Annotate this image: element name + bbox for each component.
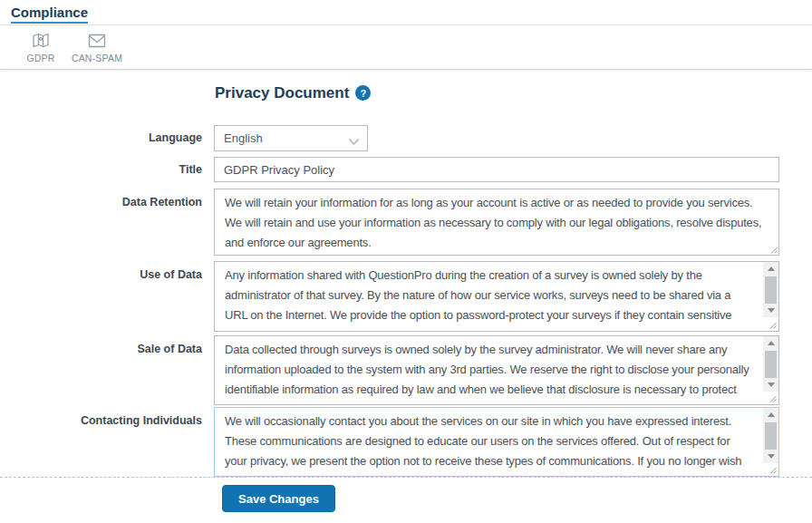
tab-label: CAN-SPAM — [72, 53, 122, 63]
scrollbar-thumb[interactable] — [765, 351, 777, 378]
use-of-data-textarea[interactable]: Any information shared with QuestionPro … — [214, 261, 779, 332]
scrollbar-thumb[interactable] — [765, 422, 777, 450]
scroll-down-button[interactable] — [763, 378, 778, 392]
save-changes-button[interactable]: Save Changes — [222, 485, 335, 512]
page-title: Privacy Document — [215, 84, 349, 102]
scrollbar[interactable] — [763, 336, 778, 404]
map-icon — [31, 31, 51, 51]
app-header: Compliance — [0, 0, 812, 25]
scroll-down-button[interactable] — [763, 450, 778, 463]
sale-of-data-label: Sale of Data — [0, 335, 214, 405]
language-select[interactable]: English — [214, 125, 368, 151]
envelope-icon — [87, 31, 107, 51]
title-label: Title — [0, 157, 214, 182]
scrollbar-thumb[interactable] — [765, 276, 777, 304]
data-retention-row: Data Retention We will retain your infor… — [0, 189, 812, 256]
contacting-individuals-textarea[interactable]: We will occasionally contact you about t… — [214, 407, 779, 477]
data-retention-textarea[interactable]: We will retain your information for as l… — [214, 189, 779, 256]
scroll-up-button[interactable] — [763, 262, 778, 276]
help-icon[interactable]: ? — [355, 85, 371, 101]
data-retention-label: Data Retention — [0, 189, 214, 256]
scroll-up-button[interactable] — [763, 408, 778, 421]
tab-gdpr[interactable]: GDPR — [13, 29, 69, 63]
resize-handle[interactable] — [763, 463, 778, 476]
privacy-document-panel: Privacy Document ? Language English Titl… — [0, 70, 812, 512]
tab-can-spam[interactable]: CAN-SPAM — [69, 29, 125, 63]
tab-label: GDPR — [26, 53, 54, 63]
compliance-toolbar: GDPR CAN-SPAM — [0, 25, 812, 70]
scroll-up-button[interactable] — [763, 336, 778, 350]
scroll-down-button[interactable] — [763, 304, 778, 317]
resize-handle[interactable] — [763, 392, 778, 404]
language-label: Language — [0, 125, 214, 151]
scrollbar[interactable] — [763, 408, 778, 476]
title-input[interactable] — [214, 157, 779, 182]
section-divider — [0, 477, 812, 478]
scrollbar[interactable] — [763, 262, 778, 331]
title-row: Title — [0, 157, 812, 182]
resize-handle[interactable] — [763, 317, 778, 331]
use-of-data-row: Use of Data Any information shared with … — [0, 261, 812, 332]
contacting-individuals-row: Contacting Individuals We will occasiona… — [0, 407, 812, 477]
contacting-individuals-label: Contacting Individuals — [0, 407, 214, 477]
compliance-link[interactable]: Compliance — [11, 5, 88, 24]
language-row: Language English — [0, 125, 812, 151]
sale-of-data-textarea[interactable]: Data collected through surveys is owned … — [214, 335, 779, 405]
resize-handle[interactable] — [769, 246, 778, 255]
use-of-data-label: Use of Data — [0, 261, 214, 332]
sale-of-data-row: Sale of Data Data collected through surv… — [0, 335, 812, 405]
